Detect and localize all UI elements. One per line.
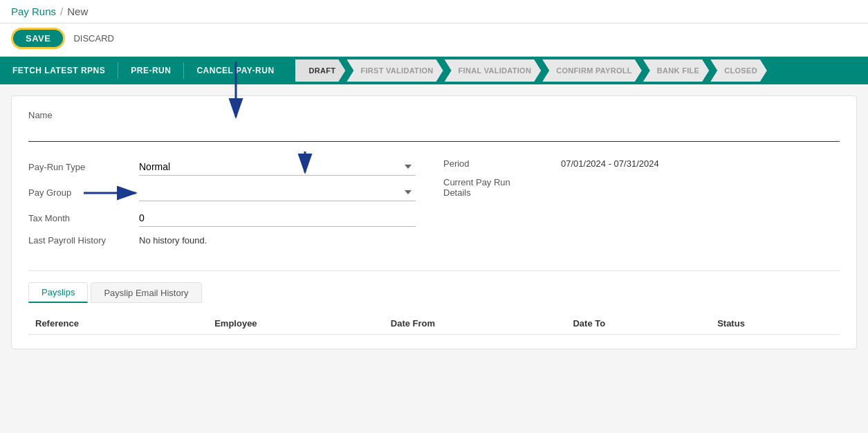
breadcrumb-current: New	[67, 6, 88, 17]
tax-month-row: Tax Month	[28, 210, 416, 227]
name-section: Name	[28, 110, 840, 142]
status-confirm-payroll: CONFIRM PAYROLL	[542, 59, 642, 82]
pay-run-type-row: Pay-Run Type Normal	[28, 158, 416, 176]
table-header: Reference Employee Date From Date To Sta…	[28, 313, 840, 335]
pay-group-select[interactable]	[139, 184, 416, 201]
main-content: Name Pay-Run Type	[11, 95, 857, 349]
col-employee: Employee	[207, 313, 384, 335]
status-final-validation: FINAL VALIDATION	[445, 59, 542, 82]
fetch-latest-rpns-button[interactable]: FETCH LATEST RPNS	[0, 57, 118, 84]
last-payroll-history-value: No history found.	[139, 235, 416, 246]
form-left: Pay-Run Type Normal	[28, 158, 416, 254]
tabs-section: Payslips Payslip Email History Reference…	[28, 270, 840, 335]
tax-month-label: Tax Month	[28, 213, 139, 223]
tax-month-value	[139, 210, 416, 227]
tax-month-input[interactable]	[139, 210, 416, 227]
cancel-pay-run-button[interactable]: CANCEL PAY-RUN	[184, 57, 286, 84]
name-label: Name	[28, 110, 840, 120]
tabs-row: Payslips Payslip Email History	[28, 282, 840, 303]
current-pay-run-details-label: Current Pay RunDetails	[443, 177, 561, 198]
status-first-validation: FIRST VALIDATION	[347, 59, 443, 82]
last-payroll-history-label: Last Payroll History	[28, 235, 139, 246]
breadcrumb-parent[interactable]: Pay Runs	[11, 6, 56, 17]
name-input[interactable]	[28, 125, 840, 142]
last-payroll-history-row: Last Payroll History No history found.	[28, 235, 416, 246]
status-bank-file: BANK FILE	[643, 59, 709, 82]
pre-run-button[interactable]: PRE-RUN	[118, 57, 183, 84]
tab-payslip-email-history[interactable]: Payslip Email History	[91, 282, 201, 303]
period-value: 07/01/2024 - 07/31/2024	[561, 158, 659, 169]
current-pay-run-details-row: Current Pay RunDetails	[443, 177, 840, 198]
period-label: Period	[443, 158, 561, 169]
col-date-from: Date From	[384, 313, 566, 335]
col-date-to: Date To	[566, 313, 710, 335]
col-reference: Reference	[28, 313, 207, 335]
table-header-row: Reference Employee Date From Date To Sta…	[28, 313, 840, 335]
period-row: Period 07/01/2024 - 07/31/2024	[443, 158, 840, 169]
pay-run-type-value: Normal Supplementary Off-Cycle	[139, 158, 416, 176]
form-right: Period 07/01/2024 - 07/31/2024 Current P…	[443, 158, 840, 254]
pay-group-row: Pay Group	[28, 184, 416, 201]
breadcrumb-separator: /	[60, 6, 63, 17]
pay-run-type-label: Pay-Run Type	[28, 162, 139, 172]
form-grid: Pay-Run Type Normal	[28, 158, 840, 254]
status-pipeline: DRAFT FIRST VALIDATION FINAL VALIDATION …	[295, 57, 868, 84]
breadcrumb: Pay Runs / New	[0, 0, 868, 24]
save-button[interactable]: SAVE	[11, 28, 65, 49]
pay-run-type-select[interactable]: Normal Supplementary Off-Cycle	[139, 158, 416, 176]
payslips-table: Reference Employee Date From Date To Sta…	[28, 313, 840, 335]
action-bar: SAVE DISCARD	[0, 24, 868, 57]
status-closed: CLOSED	[710, 59, 767, 82]
tab-payslips[interactable]: Payslips	[28, 282, 88, 303]
col-status: Status	[710, 313, 840, 335]
pay-group-label: Pay Group	[28, 187, 139, 198]
status-draft: DRAFT	[295, 59, 346, 82]
pay-group-value	[139, 184, 416, 201]
workflow-bar: FETCH LATEST RPNS PRE-RUN CANCEL PAY-RUN…	[0, 57, 868, 84]
discard-button[interactable]: DISCARD	[71, 30, 117, 47]
